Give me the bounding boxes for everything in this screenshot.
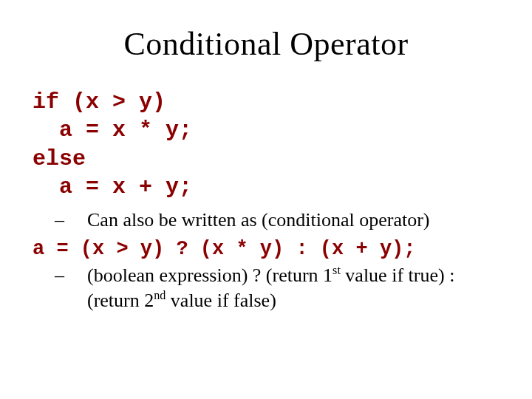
superscript-nd: nd xyxy=(154,289,166,301)
bullet-2: –(boolean expression) ? (return 1st valu… xyxy=(71,263,504,313)
slide: Conditional Operator if (x > y) a = x * … xyxy=(0,0,532,399)
bullet-2-text-a: (boolean expression) ? (return 1 xyxy=(87,265,332,286)
dash-icon: – xyxy=(71,208,87,232)
slide-title: Conditional Operator xyxy=(28,25,504,63)
bullet-1-text: Can also be written as (conditional oper… xyxy=(87,209,430,231)
dash-icon: – xyxy=(71,263,87,287)
code-line-4: a = x + y; xyxy=(33,174,192,200)
code-line-3: else xyxy=(33,146,86,171)
bullet-2-text-c: value if false) xyxy=(166,290,276,311)
bullet-1: –Can also be written as (conditional ope… xyxy=(71,208,504,232)
ternary-code: a = (x > y) ? (x * y) : (x + y); xyxy=(33,236,504,262)
superscript-st: st xyxy=(332,265,341,277)
code-line-2: a = x * y; xyxy=(33,117,192,143)
bullet-list: –Can also be written as (conditional ope… xyxy=(28,208,504,313)
code-line-1: if (x > y) xyxy=(33,89,166,115)
code-block: if (x > y) a = x * y; else a = x + y; xyxy=(33,88,504,202)
